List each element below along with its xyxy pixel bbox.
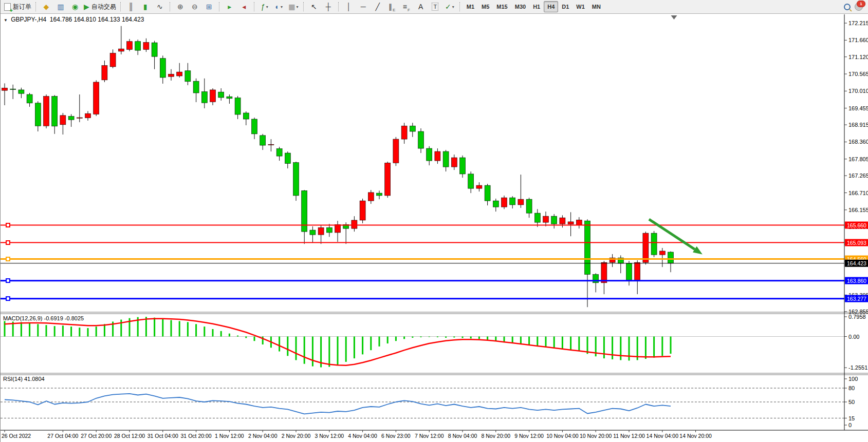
line-handle[interactable] — [6, 241, 10, 244]
toolbar-group: ƒ▾◐▾▦▾ — [257, 1, 301, 12]
templates-button[interactable]: ▦▾ — [286, 1, 301, 12]
market-watch-button[interactable]: ▥ — [53, 1, 68, 12]
candle-body — [335, 224, 341, 233]
text-icon: A — [418, 3, 423, 10]
signals-button[interactable]: ◉ — [68, 1, 82, 12]
candle-body — [201, 92, 207, 103]
search-icon[interactable] — [844, 4, 851, 10]
candle-body — [85, 113, 91, 118]
periods-button[interactable]: ◐▾ — [272, 1, 286, 12]
candle-body — [160, 59, 165, 78]
candlestick-chart-button[interactable]: ▮ — [138, 1, 153, 12]
candle-body — [185, 71, 191, 82]
line-chart-icon: ∿ — [157, 3, 163, 10]
chevron-down-icon: ▾ — [296, 5, 298, 9]
timeframe-button-m30[interactable]: M30 — [511, 1, 529, 12]
candle-body — [401, 126, 407, 139]
auto-scroll-button[interactable]: ▸ — [223, 1, 237, 12]
line-handle[interactable] — [6, 279, 10, 282]
chart-shift-icon: ◂ — [242, 3, 246, 10]
new-order-button-label: 新订单 — [13, 3, 31, 11]
equidistant-channel-button[interactable]: ∥E — [385, 1, 399, 12]
cursor-button[interactable]: ↖ — [307, 1, 321, 12]
candle-body — [118, 49, 124, 51]
candle-body — [568, 222, 574, 224]
timeframe-button-h4[interactable]: H4 — [544, 1, 558, 12]
candle-body — [235, 98, 241, 114]
toolbar-group: ⊕⊖⊞ — [173, 1, 216, 12]
timeframe-button-m15[interactable]: M15 — [493, 1, 511, 12]
candle-body — [94, 82, 99, 114]
toolbar-group: ▸◂ — [223, 1, 251, 12]
toolbar-group: │─╱∥E≡FAT✓▾ — [342, 1, 457, 12]
autotrading-button[interactable]: ▶自动交易 — [82, 1, 118, 12]
candle-body — [310, 230, 316, 235]
candle-body — [352, 220, 357, 228]
candle-body — [451, 158, 457, 167]
market-watch-icon: ▥ — [57, 3, 64, 10]
candle-body — [427, 148, 432, 161]
time-axis[interactable] — [1, 430, 868, 442]
timeframe-button-d1[interactable]: D1 — [558, 1, 572, 12]
chevron-down-icon: ▾ — [266, 5, 268, 9]
arrows-button[interactable]: ✓▾ — [442, 1, 457, 12]
chart-dropdown-caret[interactable]: ▼ — [4, 18, 8, 23]
candle-body — [143, 43, 149, 50]
toolbar-separator — [338, 2, 339, 11]
template-icon: ▦ — [288, 3, 295, 10]
candle-body — [68, 117, 74, 120]
timeframe-button-mn[interactable]: MN — [588, 1, 604, 12]
candle-body — [485, 185, 490, 201]
candle-body — [227, 97, 232, 99]
auto-scroll-icon: ▸ — [228, 3, 231, 10]
chevron-down-icon: ▾ — [452, 5, 454, 9]
zoom-in-button[interactable]: ⊕ — [173, 1, 188, 12]
trendline-button[interactable]: ╱ — [371, 1, 385, 12]
timeframe-button-w1[interactable]: W1 — [572, 1, 588, 12]
toolbar-separator — [170, 2, 171, 11]
toolbar-group: ↖┼ — [307, 1, 336, 12]
indicators-button[interactable]: ƒ▾ — [257, 1, 272, 12]
candle-body — [659, 251, 665, 255]
horizontal-line-button[interactable]: ─ — [356, 1, 371, 12]
candle-body — [135, 42, 141, 50]
timeframe-button-m1[interactable]: M1 — [463, 1, 478, 12]
candle-body — [10, 89, 16, 89]
candle-body — [435, 151, 440, 161]
text-button[interactable]: A — [414, 1, 428, 12]
chart-shift-button[interactable]: ◂ — [237, 1, 251, 12]
tile-windows-button[interactable]: ⊞ — [202, 1, 216, 12]
vertical-line-button[interactable]: │ — [342, 1, 356, 12]
timeframe-button-h1[interactable]: H1 — [529, 1, 544, 12]
chart-canvas[interactable]: 172.215171.660171.120170.565170.010169.4… — [1, 0, 868, 442]
bar-chart-button[interactable]: ║ — [124, 1, 138, 12]
indicator-list-button[interactable]: ◆ — [39, 1, 53, 12]
line-handle[interactable] — [6, 257, 10, 261]
line-chart-button[interactable]: ∿ — [153, 1, 167, 12]
candle-body — [285, 153, 290, 163]
text-label-button[interactable]: T — [428, 1, 442, 12]
timeframe-button-m5[interactable]: M5 — [478, 1, 493, 12]
new-order-button[interactable]: 新订单 — [3, 1, 33, 12]
macd-indicator-label: MACD(12,26,9) -0.6919 -0.8025 — [3, 315, 84, 321]
crosshair-button[interactable]: ┼ — [321, 1, 336, 12]
candle-body — [635, 262, 640, 280]
line-handle[interactable] — [6, 297, 10, 300]
candle-body — [526, 199, 532, 213]
notification-bell-icon[interactable]: 1 — [855, 3, 863, 11]
price-axis[interactable] — [844, 14, 868, 430]
signal-icon: ◉ — [72, 3, 78, 10]
fibonacci-button[interactable]: ≡F — [399, 1, 414, 12]
channel-icon-letter: E — [393, 8, 395, 12]
candle-body — [510, 198, 515, 205]
text-label-icon: T — [432, 3, 438, 11]
line-handle[interactable] — [6, 223, 10, 227]
candle-body — [518, 199, 524, 205]
indicator-list-icon: ◆ — [44, 3, 49, 10]
candle-body — [593, 275, 599, 283]
candle-body — [2, 88, 8, 90]
candle-body — [210, 90, 216, 102]
zoom-out-button[interactable]: ⊖ — [188, 1, 202, 12]
candle-body — [326, 227, 332, 233]
vertical-line-icon: │ — [346, 3, 351, 10]
